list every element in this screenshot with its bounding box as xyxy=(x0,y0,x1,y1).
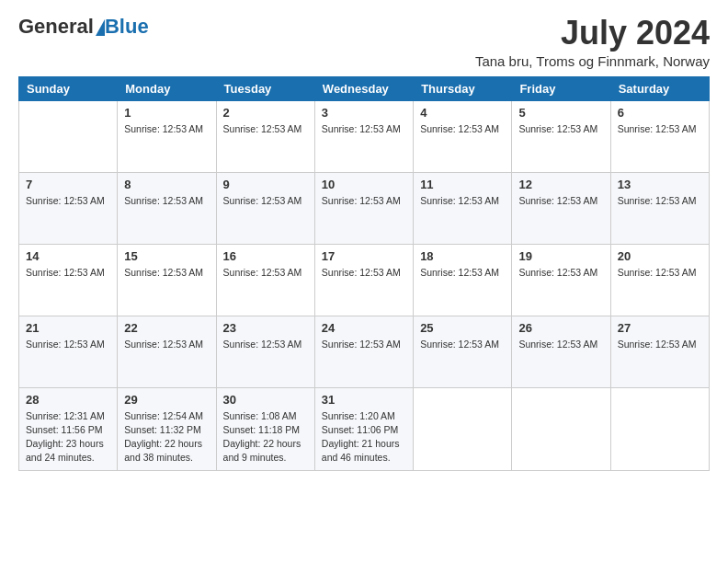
calendar-cell: 9Sunrise: 12:53 AM xyxy=(216,172,314,244)
day-info: Sunrise: 12:53 AM xyxy=(223,338,308,351)
day-number: 29 xyxy=(124,393,209,407)
calendar-week-row: 21Sunrise: 12:53 AM22Sunrise: 12:53 AM23… xyxy=(19,316,710,387)
location-text: Tana bru, Troms og Finnmark, Norway xyxy=(475,53,710,69)
day-info: Sunrise: 12:53 AM xyxy=(518,194,603,208)
calendar-cell: 17Sunrise: 12:53 AM xyxy=(314,244,413,316)
logo-arrow-icon xyxy=(96,19,105,36)
day-number: 6 xyxy=(618,106,702,120)
calendar-cell xyxy=(610,387,709,470)
calendar-cell: 25Sunrise: 12:53 AM xyxy=(414,316,512,387)
day-info: Sunrise: 12:53 AM xyxy=(26,194,110,208)
day-number: 9 xyxy=(223,178,308,191)
calendar-cell: 8Sunrise: 12:53 AM xyxy=(118,172,216,244)
calendar-cell: 5Sunrise: 12:53 AM xyxy=(512,100,610,172)
calendar-cell: 27Sunrise: 12:53 AM xyxy=(610,316,709,387)
weekday-header-sunday: Sunday xyxy=(19,76,118,100)
day-info: Sunrise: 12:53 AM xyxy=(618,338,702,351)
calendar-cell: 28Sunrise: 12:31 AMSunset: 11:56 PMDayli… xyxy=(19,387,118,470)
calendar-header: General Blue July 2024 Tana bru, Troms o… xyxy=(18,15,710,69)
day-number: 2 xyxy=(223,106,308,120)
day-info: Sunrise: 12:53 AM xyxy=(420,338,505,351)
day-number: 14 xyxy=(26,249,110,263)
logo-blue: Blue xyxy=(105,15,149,39)
calendar-cell: 31Sunrise: 1:20 AMSunset: 11:06 PMDaylig… xyxy=(314,387,413,470)
day-number: 15 xyxy=(124,249,209,263)
day-number: 26 xyxy=(518,321,603,335)
weekday-header-tuesday: Tuesday xyxy=(216,76,314,100)
calendar-cell: 20Sunrise: 12:53 AM xyxy=(610,244,709,316)
weekday-header-monday: Monday xyxy=(118,76,216,100)
day-info: Sunrise: 12:53 AM xyxy=(420,122,505,136)
logo: General Blue xyxy=(18,15,149,39)
day-info: Sunrise: 12:53 AM xyxy=(124,122,209,136)
weekday-header-saturday: Saturday xyxy=(610,76,709,100)
calendar-cell: 15Sunrise: 12:53 AM xyxy=(118,244,216,316)
calendar-cell: 29Sunrise: 12:54 AMSunset: 11:32 PMDayli… xyxy=(118,387,216,470)
calendar-cell: 24Sunrise: 12:53 AM xyxy=(314,316,413,387)
calendar-cell: 22Sunrise: 12:53 AM xyxy=(118,316,216,387)
day-number: 25 xyxy=(420,321,505,335)
calendar-table: SundayMondayTuesdayWednesdayThursdayFrid… xyxy=(18,76,710,471)
calendar-cell: 21Sunrise: 12:53 AM xyxy=(19,316,118,387)
day-info: Sunrise: 12:53 AM xyxy=(618,122,702,136)
calendar-cell: 10Sunrise: 12:53 AM xyxy=(314,172,413,244)
calendar-cell: 12Sunrise: 12:53 AM xyxy=(512,172,610,244)
day-info: Sunrise: 12:53 AM xyxy=(518,122,603,136)
day-number: 3 xyxy=(322,106,406,120)
day-number: 13 xyxy=(618,178,702,191)
day-info: Sunrise: 12:53 AM xyxy=(26,338,110,351)
day-number: 7 xyxy=(26,178,110,191)
day-number: 12 xyxy=(518,178,603,191)
weekday-header-wednesday: Wednesday xyxy=(314,76,413,100)
day-number: 31 xyxy=(322,393,406,407)
day-info: Sunrise: 12:53 AM xyxy=(322,194,406,208)
calendar-cell: 19Sunrise: 12:53 AM xyxy=(512,244,610,316)
weekday-header-row: SundayMondayTuesdayWednesdayThursdayFrid… xyxy=(19,76,710,100)
day-number: 19 xyxy=(518,249,603,263)
day-number: 23 xyxy=(223,321,308,335)
calendar-cell: 6Sunrise: 12:53 AM xyxy=(610,100,709,172)
day-info: Sunrise: 12:53 AM xyxy=(618,194,702,208)
day-info: Sunrise: 12:53 AM xyxy=(518,338,603,351)
day-info: Sunrise: 12:53 AM xyxy=(518,266,603,280)
day-number: 16 xyxy=(223,249,308,263)
weekday-header-friday: Friday xyxy=(512,76,610,100)
day-number: 21 xyxy=(26,321,110,335)
day-number: 18 xyxy=(420,249,505,263)
day-info: Sunrise: 12:53 AM xyxy=(322,338,406,351)
day-info: Sunrise: 1:08 AMSunset: 11:18 PMDaylight… xyxy=(223,409,308,465)
day-info: Sunrise: 12:53 AM xyxy=(223,194,308,208)
day-number: 28 xyxy=(26,393,110,407)
calendar-week-row: 28Sunrise: 12:31 AMSunset: 11:56 PMDayli… xyxy=(19,387,710,470)
calendar-cell: 14Sunrise: 12:53 AM xyxy=(19,244,118,316)
day-number: 11 xyxy=(420,178,505,191)
calendar-cell: 26Sunrise: 12:53 AM xyxy=(512,316,610,387)
day-info: Sunrise: 12:53 AM xyxy=(124,266,209,280)
day-number: 20 xyxy=(618,249,702,263)
day-info: Sunrise: 12:53 AM xyxy=(223,122,308,136)
title-area: July 2024 Tana bru, Troms og Finnmark, N… xyxy=(475,15,710,69)
day-number: 17 xyxy=(322,249,406,263)
day-number: 10 xyxy=(322,178,406,191)
day-number: 24 xyxy=(322,321,406,335)
calendar-week-row: 7Sunrise: 12:53 AM8Sunrise: 12:53 AM9Sun… xyxy=(19,172,710,244)
calendar-cell: 13Sunrise: 12:53 AM xyxy=(610,172,709,244)
calendar-cell xyxy=(512,387,610,470)
calendar-cell: 3Sunrise: 12:53 AM xyxy=(314,100,413,172)
day-info: Sunrise: 12:53 AM xyxy=(420,266,505,280)
weekday-header-thursday: Thursday xyxy=(414,76,512,100)
month-year-title: July 2024 xyxy=(475,15,710,52)
day-info: Sunrise: 12:53 AM xyxy=(223,266,308,280)
calendar-cell: 16Sunrise: 12:53 AM xyxy=(216,244,314,316)
calendar-cell: 4Sunrise: 12:53 AM xyxy=(414,100,512,172)
calendar-week-row: 1Sunrise: 12:53 AM2Sunrise: 12:53 AM3Sun… xyxy=(19,100,710,172)
calendar-week-row: 14Sunrise: 12:53 AM15Sunrise: 12:53 AM16… xyxy=(19,244,710,316)
day-number: 30 xyxy=(223,393,308,407)
day-info: Sunrise: 12:53 AM xyxy=(124,338,209,351)
day-number: 27 xyxy=(618,321,702,335)
calendar-cell: 11Sunrise: 12:53 AM xyxy=(414,172,512,244)
day-number: 4 xyxy=(420,106,505,120)
day-info: Sunrise: 12:31 AMSunset: 11:56 PMDayligh… xyxy=(26,409,110,465)
day-info: Sunrise: 12:53 AM xyxy=(322,266,406,280)
calendar-cell xyxy=(19,100,118,172)
